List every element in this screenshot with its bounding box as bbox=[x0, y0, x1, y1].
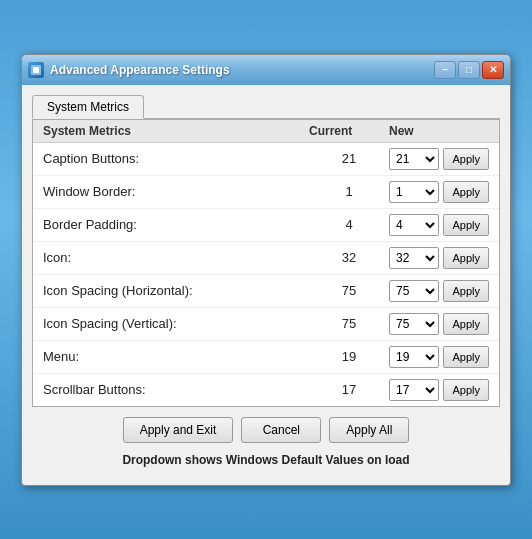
tab-system-metrics[interactable]: System Metrics bbox=[32, 95, 144, 119]
svg-rect-1 bbox=[33, 67, 39, 73]
close-button[interactable]: ✕ bbox=[482, 61, 504, 79]
metric-new-3: 324864 Apply bbox=[389, 247, 489, 269]
table-row: Caption Buttons: 21 212223 Apply bbox=[33, 143, 499, 176]
table-row: Border Padding: 4 456 Apply bbox=[33, 209, 499, 242]
window-content: System Metrics System Metrics Current Ne… bbox=[22, 85, 510, 485]
metric-new-7: 171819 Apply bbox=[389, 379, 489, 401]
table-row: Icon: 32 324864 Apply bbox=[33, 242, 499, 275]
apply-exit-button[interactable]: Apply and Exit bbox=[123, 417, 234, 443]
metric-new-1: 123 Apply bbox=[389, 181, 489, 203]
metric-select-0[interactable]: 212223 bbox=[389, 148, 439, 170]
metric-apply-4[interactable]: Apply bbox=[443, 280, 489, 302]
metric-new-4: 758085 Apply bbox=[389, 280, 489, 302]
table-header: System Metrics Current New bbox=[33, 120, 499, 143]
metric-current-5: 75 bbox=[309, 316, 389, 331]
main-window: Advanced Appearance Settings – □ ✕ Syste… bbox=[21, 54, 511, 486]
metric-current-1: 1 bbox=[309, 184, 389, 199]
metric-new-2: 456 Apply bbox=[389, 214, 489, 236]
metric-current-0: 21 bbox=[309, 151, 389, 166]
window-title: Advanced Appearance Settings bbox=[50, 63, 230, 77]
header-current: Current bbox=[309, 124, 389, 138]
metric-apply-1[interactable]: Apply bbox=[443, 181, 489, 203]
table-row: Scrollbar Buttons: 17 171819 Apply bbox=[33, 374, 499, 406]
metric-select-7[interactable]: 171819 bbox=[389, 379, 439, 401]
maximize-button[interactable]: □ bbox=[458, 61, 480, 79]
metric-new-6: 192021 Apply bbox=[389, 346, 489, 368]
metric-select-2[interactable]: 456 bbox=[389, 214, 439, 236]
title-bar-controls: – □ ✕ bbox=[434, 61, 504, 79]
metric-apply-6[interactable]: Apply bbox=[443, 346, 489, 368]
metric-label-2: Border Padding: bbox=[43, 217, 309, 232]
metric-current-6: 19 bbox=[309, 349, 389, 364]
minimize-button[interactable]: – bbox=[434, 61, 456, 79]
metric-apply-7[interactable]: Apply bbox=[443, 379, 489, 401]
metric-label-7: Scrollbar Buttons: bbox=[43, 382, 309, 397]
title-bar-left: Advanced Appearance Settings bbox=[28, 62, 230, 78]
footer-buttons: Apply and Exit Cancel Apply All bbox=[32, 407, 500, 449]
metric-label-5: Icon Spacing (Vertical): bbox=[43, 316, 309, 331]
metric-select-5[interactable]: 758085 bbox=[389, 313, 439, 335]
metric-select-3[interactable]: 324864 bbox=[389, 247, 439, 269]
metric-apply-3[interactable]: Apply bbox=[443, 247, 489, 269]
metric-apply-0[interactable]: Apply bbox=[443, 148, 489, 170]
metric-label-1: Window Border: bbox=[43, 184, 309, 199]
metric-select-1[interactable]: 123 bbox=[389, 181, 439, 203]
app-icon bbox=[28, 62, 44, 78]
apply-all-button[interactable]: Apply All bbox=[329, 417, 409, 443]
table-row: Menu: 19 192021 Apply bbox=[33, 341, 499, 374]
metric-new-5: 758085 Apply bbox=[389, 313, 489, 335]
table-row: Icon Spacing (Vertical): 75 758085 Apply bbox=[33, 308, 499, 341]
metric-label-0: Caption Buttons: bbox=[43, 151, 309, 166]
title-bar: Advanced Appearance Settings – □ ✕ bbox=[22, 55, 510, 85]
tab-bar: System Metrics bbox=[32, 95, 500, 119]
metric-select-6[interactable]: 192021 bbox=[389, 346, 439, 368]
cancel-button[interactable]: Cancel bbox=[241, 417, 321, 443]
table-row: Window Border: 1 123 Apply bbox=[33, 176, 499, 209]
metric-apply-2[interactable]: Apply bbox=[443, 214, 489, 236]
metric-current-4: 75 bbox=[309, 283, 389, 298]
metrics-table: System Metrics Current New Caption Butto… bbox=[32, 119, 500, 407]
metric-current-7: 17 bbox=[309, 382, 389, 397]
header-metric: System Metrics bbox=[43, 124, 309, 138]
table-row: Icon Spacing (Horizontal): 75 758085 App… bbox=[33, 275, 499, 308]
metric-label-6: Menu: bbox=[43, 349, 309, 364]
metric-label-4: Icon Spacing (Horizontal): bbox=[43, 283, 309, 298]
metric-apply-5[interactable]: Apply bbox=[443, 313, 489, 335]
footer-note: Dropdown shows Windows Default Values on… bbox=[32, 449, 500, 475]
metric-current-3: 32 bbox=[309, 250, 389, 265]
metric-new-0: 212223 Apply bbox=[389, 148, 489, 170]
metric-current-2: 4 bbox=[309, 217, 389, 232]
metric-select-4[interactable]: 758085 bbox=[389, 280, 439, 302]
header-new: New bbox=[389, 124, 489, 138]
metric-label-3: Icon: bbox=[43, 250, 309, 265]
